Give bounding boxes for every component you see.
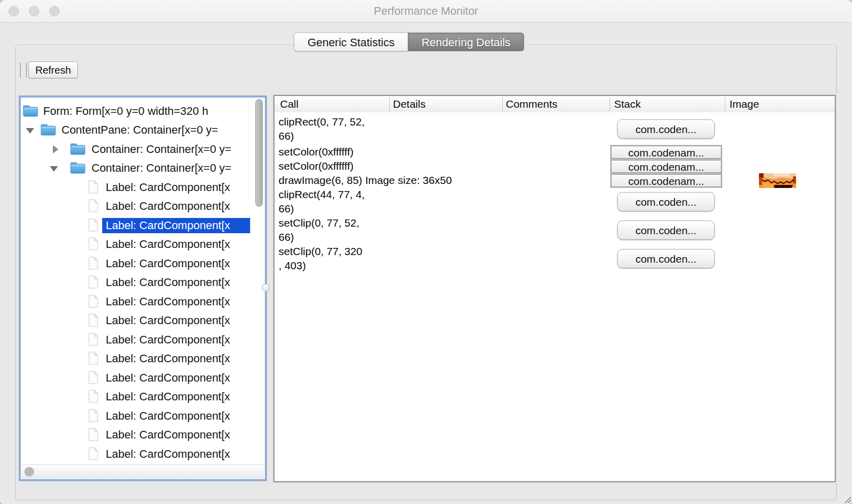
table-row[interactable]: clipRect(0, 77, 52, 66) com.coden... [275,113,835,145]
column-header-image[interactable]: Image [729,96,759,112]
table-row[interactable]: setClip(0, 77, 52, 66) com.coden... [275,216,835,244]
tab-generic-statistics[interactable]: Generic Statistics [294,33,408,51]
table-row[interactable]: drawImage(6, 85) Image size: 36x50 com.c… [275,173,835,187]
render-calls-table: Call Details Comments Stack Image clipRe… [273,95,836,482]
call-cell: clipRect(44, 77, 4, 66) [279,187,512,216]
table-row[interactable]: setColor(0xffffff) com.codenam... [275,159,835,173]
table-row[interactable]: setColor(0xffffff) com.codenam... [275,145,835,159]
stack-trace-button[interactable]: com.codenam... [611,160,722,173]
stack-trace-button[interactable]: com.coden... [617,119,715,139]
call-cell: setColor(0xffffff) [279,159,512,173]
render-thumbnail-image [759,173,796,188]
split-pane-divider-handle[interactable] [262,284,270,292]
tree-focus-ring [19,96,266,481]
rendering-details-panel: Refresh Form: Form[x=0 y=0 width=320 h C… [15,45,837,500]
table-row[interactable]: setClip(0, 77, 320 , 403) com.coden... [275,244,835,273]
table-header: Call Details Comments Stack Image [275,96,835,113]
column-header-comments[interactable]: Comments [506,96,558,112]
stack-trace-button[interactable]: com.coden... [617,249,715,268]
column-header-call[interactable]: Call [280,96,298,112]
column-divider[interactable] [502,97,503,111]
call-cell: clipRect(0, 77, 52, 66) [279,113,512,145]
stack-trace-button[interactable]: com.codenam... [611,145,722,159]
resize-grip[interactable] [845,497,851,503]
call-cell: drawImage(6, 85) Image size: 36x50 [279,173,512,187]
stack-trace-button[interactable]: com.coden... [617,220,715,240]
title-bar: Performance Monitor [0,0,852,23]
stack-trace-button[interactable]: com.codenam... [611,174,722,187]
refresh-button[interactable]: Refresh [28,61,78,78]
table-row[interactable]: clipRect(44, 77, 4, 66) com.coden... [275,187,835,216]
call-cell: setClip(0, 77, 52, 66) [279,216,512,244]
column-header-details[interactable]: Details [393,96,425,112]
component-tree-panel: Form: Form[x=0 y=0 width=320 h ContentPa… [19,96,267,481]
tab-bar: Generic Statistics Rendering Details [294,33,524,51]
performance-monitor-window: Performance Monitor Generic Statistics R… [0,0,852,504]
column-divider[interactable] [389,97,390,111]
tab-rendering-details[interactable]: Rendering Details [408,33,524,51]
window-title: Performance Monitor [0,5,852,18]
column-divider[interactable] [725,97,725,111]
stack-trace-button[interactable]: com.coden... [617,192,715,211]
toolbar-drag-handle[interactable] [20,62,27,78]
table-body: clipRect(0, 77, 52, 66) com.coden... set… [275,112,835,481]
call-cell: setColor(0xffffff) [279,145,512,159]
call-cell: setClip(0, 77, 320 , 403) [279,244,512,273]
column-divider[interactable] [610,97,610,111]
column-header-stack[interactable]: Stack [614,96,641,112]
